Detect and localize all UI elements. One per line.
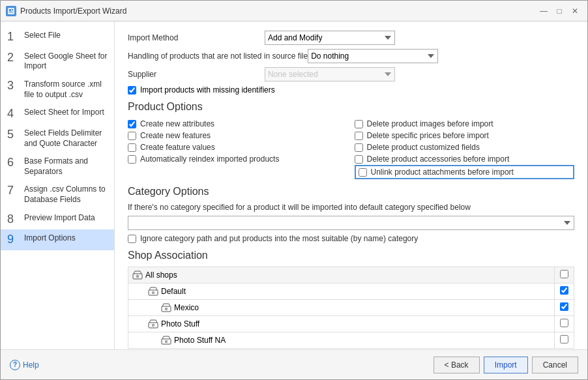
sidebar-number-3: 3: [7, 80, 22, 93]
delete-accessories-checkbox[interactable]: [355, 155, 363, 164]
maximize-button[interactable]: □: [552, 4, 566, 18]
svg-rect-3: [9, 12, 13, 12]
sidebar-item-2[interactable]: 2Select Google Sheet for Import: [1, 48, 114, 76]
supplier-row: Supplier None selected: [128, 67, 574, 81]
delete-images-checkbox[interactable]: [355, 120, 363, 128]
shop-photo-stuff-na-check-cell: [555, 332, 574, 349]
default-category-select[interactable]: [128, 216, 574, 230]
delete-prices-label[interactable]: Delete specific prices before import: [367, 131, 489, 140]
delete-customized-checkbox[interactable]: [355, 143, 363, 152]
window-title: Products Import/Export Wizard: [20, 7, 537, 16]
option-delete-prices: Delete specific prices before import: [355, 130, 575, 141]
create-attributes-checkbox[interactable]: [128, 120, 136, 128]
shop-default-check-cell: [555, 284, 574, 300]
mexico-label: Mexico: [174, 303, 199, 312]
shop-all-shops-row: All shops: [128, 267, 574, 284]
minimize-button[interactable]: —: [537, 4, 551, 18]
cancel-button[interactable]: Cancel: [532, 357, 578, 373]
option-create-features: Create new features: [128, 130, 348, 141]
unlink-attachments-label[interactable]: Unlink product attachments before import: [371, 168, 514, 177]
create-feature-values-label[interactable]: Create feature values: [140, 143, 215, 152]
photo-stuff-label: Photo Stuff: [161, 319, 199, 329]
handling-missing-select[interactable]: Do nothing Disable Delete: [308, 49, 438, 63]
delete-prices-checkbox[interactable]: [355, 132, 363, 140]
store-photo-stuff-icon: [148, 319, 158, 329]
unlink-attachments-checkbox[interactable]: [359, 168, 367, 177]
import-missing-checkbox[interactable]: [128, 86, 136, 95]
create-feature-values-checkbox[interactable]: [128, 143, 136, 152]
shop-photo-stuff-na-row: Photo Stuff NA: [128, 332, 574, 349]
shop-photo-stuff-check-cell: [555, 316, 574, 332]
sidebar-label-7: Assign .csv Columns to Database Fields: [24, 184, 108, 205]
category-note: If there's no category specified for a p…: [128, 203, 574, 212]
svg-rect-5: [136, 275, 139, 278]
sidebar-label-4: Select Sheet for Import: [24, 108, 108, 118]
help-link[interactable]: ? Help: [10, 360, 39, 370]
ignore-category-label[interactable]: Ignore category path and put products in…: [140, 234, 418, 243]
delete-images-label[interactable]: Delete product images before import: [367, 119, 493, 128]
shop-table: All shops: [128, 267, 574, 349]
category-options-title: Category Options: [128, 186, 574, 197]
store-mexico-icon: [161, 303, 171, 312]
shop-default-name: Default: [128, 284, 555, 300]
sidebar-item-4[interactable]: 4Select Sheet for Import: [1, 104, 114, 124]
footer: ? Help < Back Import Cancel: [1, 349, 587, 379]
svg-rect-13: [165, 340, 168, 343]
svg-rect-1: [9, 9, 11, 11]
shop-photo-stuff-name: Photo Stuff: [128, 316, 555, 332]
product-options-title: Product Options: [128, 101, 574, 113]
sidebar-number-1: 1: [7, 31, 22, 44]
delete-customized-label[interactable]: Delete product customized fields: [367, 143, 480, 152]
import-missing-label[interactable]: Import products with missing identifiers: [140, 85, 275, 95]
delete-accessories-label[interactable]: Delete product accessories before import: [367, 154, 510, 164]
shop-mexico-name-cell: Mexico: [161, 303, 550, 312]
sidebar-item-5[interactable]: 5Select Fields Delimiter and Quote Chara…: [1, 124, 114, 153]
store-icon: [132, 270, 143, 280]
supplier-select[interactable]: None selected: [265, 67, 395, 81]
window-icon: [6, 6, 16, 16]
shop-all-shops-name-cell: All shops: [132, 270, 550, 280]
sidebar-label-3: Transform source .xml file to output .cs…: [24, 80, 108, 100]
svg-rect-7: [152, 291, 154, 294]
shop-association-title: Shop Association: [128, 250, 574, 261]
default-shop-checkbox[interactable]: [560, 286, 568, 295]
photo-stuff-shop-checkbox[interactable]: [560, 319, 568, 327]
sidebar-item-6[interactable]: 6Base Formats and Separators: [1, 153, 114, 181]
sidebar-item-1[interactable]: 1Select File: [1, 27, 114, 48]
option-delete-images: Delete product images before import: [355, 118, 575, 130]
shop-all-shops-check-cell: [555, 267, 574, 284]
import-method-select[interactable]: Add and Modify Add Only Modify Only: [265, 31, 395, 45]
all-shops-checkbox[interactable]: [560, 270, 568, 278]
photo-stuff-na-label: Photo Stuff NA: [174, 336, 226, 345]
ignore-category-checkbox[interactable]: [128, 235, 136, 243]
close-button[interactable]: ✕: [568, 4, 582, 18]
supplier-label: Supplier: [128, 70, 265, 79]
sidebar-item-7[interactable]: 7Assign .csv Columns to Database Fields: [1, 181, 114, 209]
back-button[interactable]: < Back: [434, 357, 480, 373]
handling-missing-row: Handling of products that are not listed…: [128, 49, 574, 63]
import-button[interactable]: Import: [484, 357, 528, 373]
category-dropdown-row: [128, 216, 574, 230]
sidebar-label-8: Preview Import Data: [24, 213, 108, 224]
content-area: 1Select File2Select Google Sheet for Imp…: [1, 22, 587, 349]
main-window: Products Import/Export Wizard — □ ✕ 1Sel…: [0, 0, 588, 380]
sidebar-label-6: Base Formats and Separators: [24, 156, 108, 177]
product-options-left: Create new attributes Create new feature…: [128, 118, 348, 179]
all-shops-label: All shops: [145, 270, 177, 280]
create-features-label[interactable]: Create new features: [140, 131, 211, 140]
mexico-shop-checkbox[interactable]: [560, 302, 568, 311]
auto-reindex-checkbox[interactable]: [128, 155, 136, 164]
sidebar-number-8: 8: [7, 213, 22, 226]
sidebar-number-7: 7: [7, 184, 22, 197]
sidebar-item-9[interactable]: 9Import Options: [1, 229, 114, 250]
create-features-checkbox[interactable]: [128, 132, 136, 140]
auto-reindex-label[interactable]: Automatically reindex imported products: [140, 154, 279, 164]
option-delete-accessories: Delete product accessories before import: [355, 153, 575, 165]
create-attributes-label[interactable]: Create new attributes: [140, 119, 214, 128]
sidebar-item-3[interactable]: 3Transform source .xml file to output .c…: [1, 76, 114, 104]
sidebar-item-8[interactable]: 8Preview Import Data: [1, 209, 114, 230]
option-delete-customized: Delete product customized fields: [355, 141, 575, 153]
photo-stuff-na-shop-checkbox[interactable]: [560, 335, 568, 343]
import-method-row: Import Method Add and Modify Add Only Mo…: [128, 31, 574, 45]
shop-mexico-name: Mexico: [128, 300, 555, 316]
